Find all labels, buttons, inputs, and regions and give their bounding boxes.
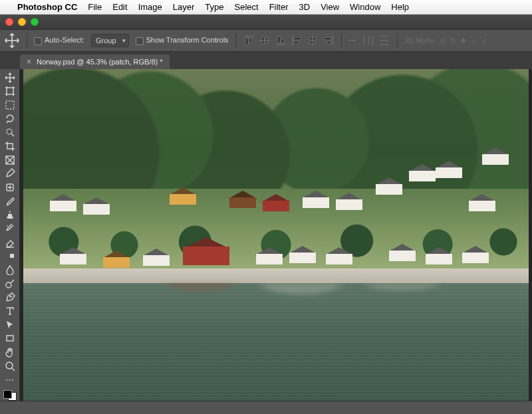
3d-mode-label: 3D Mode:	[404, 37, 436, 45]
distribute-buttons	[362, 35, 390, 47]
divider	[341, 33, 342, 48]
window-titlebar	[0, 15, 532, 29]
foreground-background-colors[interactable]	[3, 390, 17, 401]
menu-view[interactable]: View	[321, 2, 339, 12]
divider	[397, 33, 398, 48]
document-tab[interactable]: × Norway.psd @ 45.3% (patch, RGB/8) *	[20, 54, 170, 69]
3d-slide-icon[interactable]: ↔	[470, 37, 477, 45]
align-hcenter-icon[interactable]	[307, 35, 319, 47]
app-window: Auto-Select: Group Show Transform Contro…	[0, 15, 532, 414]
3d-mode-group: 3D Mode: ◎ ↻ ✥ ↔ ⤢	[404, 37, 488, 45]
menu-help[interactable]: Help	[391, 2, 409, 12]
menu-window[interactable]: Window	[350, 2, 380, 12]
align-right-icon[interactable]	[323, 35, 334, 47]
auto-select-label: Auto-Select:	[45, 36, 84, 44]
align-vcenter-icon[interactable]	[259, 35, 271, 47]
divider	[235, 33, 236, 48]
options-bar: Auto-Select: Group Show Transform Contro…	[0, 29, 532, 52]
more-options-icon[interactable]: ⋯	[348, 37, 356, 45]
menu-layer[interactable]: Layer	[173, 2, 195, 12]
eyedropper-tool[interactable]	[2, 168, 18, 180]
align-buttons	[243, 35, 334, 47]
canvas-area[interactable]	[20, 69, 532, 401]
gradient-tool[interactable]	[2, 251, 18, 262]
distribute-v-icon[interactable]	[378, 35, 390, 47]
window-minimize-button[interactable]	[18, 18, 26, 26]
foreground-color-swatch[interactable]	[3, 390, 12, 399]
auto-select-layer-dropdown[interactable]: Group	[91, 34, 129, 47]
dodge-tool[interactable]	[2, 278, 18, 290]
document-tab-label: Norway.psd @ 45.3% (patch, RGB/8) *	[37, 58, 162, 66]
pen-tool[interactable]	[2, 292, 18, 304]
show-transform-label: Show Transform Controls	[146, 36, 229, 44]
align-bottom-icon[interactable]	[275, 35, 287, 47]
edit-toolbar-icon[interactable]: ⋯	[2, 373, 18, 385]
menu-image[interactable]: Image	[138, 2, 162, 12]
menu-type[interactable]: Type	[205, 2, 223, 12]
distribute-h-icon[interactable]	[362, 35, 374, 47]
menu-file[interactable]: File	[88, 2, 102, 12]
menu-edit[interactable]: Edit	[112, 2, 127, 12]
3d-pan-icon[interactable]: ✥	[460, 37, 466, 45]
svg-rect-9	[7, 336, 13, 341]
show-transform-checkbox[interactable]: Show Transform Controls	[136, 36, 229, 45]
macos-menubar: Photoshop CC File Edit Image Layer Type …	[0, 0, 532, 15]
artboard-tool[interactable]	[2, 86, 18, 98]
rectangle-tool[interactable]	[2, 332, 18, 344]
app-menu[interactable]: Photoshop CC	[17, 2, 77, 12]
toolbox: ⋯	[0, 69, 20, 401]
menu-select[interactable]: Select	[234, 2, 258, 12]
3d-roll-icon[interactable]: ↻	[450, 37, 456, 45]
svg-point-2	[7, 129, 12, 134]
svg-point-8	[10, 296, 11, 297]
3d-orbit-icon[interactable]: ◎	[440, 37, 446, 45]
hand-tool[interactable]	[2, 346, 18, 358]
divider	[27, 33, 27, 48]
quick-select-tool[interactable]	[2, 127, 18, 139]
3d-scale-icon[interactable]: ⤢	[481, 37, 487, 45]
svg-point-10	[6, 362, 13, 369]
lasso-tool[interactable]	[2, 113, 18, 125]
healing-brush-tool[interactable]	[2, 181, 18, 193]
align-left-icon[interactable]	[291, 35, 303, 47]
type-tool[interactable]	[2, 305, 18, 317]
brush-tool[interactable]	[2, 195, 18, 207]
history-brush-tool[interactable]	[2, 223, 18, 235]
blur-tool[interactable]	[2, 264, 18, 276]
move-tool-indicator-icon	[4, 33, 20, 49]
auto-select-layer-value: Group	[96, 37, 116, 45]
status-bar	[0, 401, 532, 414]
menu-filter[interactable]: Filter	[269, 2, 289, 12]
marquee-tool[interactable]	[2, 99, 18, 111]
window-close-button[interactable]	[5, 18, 13, 26]
svg-rect-1	[6, 101, 14, 109]
svg-rect-6	[6, 254, 10, 258]
eraser-tool[interactable]	[2, 237, 18, 249]
crop-tool[interactable]	[2, 140, 18, 152]
close-tab-icon[interactable]: ×	[27, 57, 31, 66]
frame-tool[interactable]	[2, 154, 18, 166]
svg-rect-0	[7, 88, 13, 94]
workspace: ⋯	[0, 69, 532, 401]
zoom-tool[interactable]	[2, 360, 18, 372]
move-tool[interactable]	[2, 72, 18, 84]
document-canvas[interactable]	[23, 69, 529, 401]
align-top-icon[interactable]	[243, 35, 255, 47]
auto-select-checkbox[interactable]: Auto-Select:	[34, 36, 84, 45]
document-tabs: × Norway.psd @ 45.3% (patch, RGB/8) *	[0, 52, 532, 69]
menu-3d[interactable]: 3D	[299, 2, 311, 12]
window-zoom-button[interactable]	[31, 18, 39, 26]
clone-stamp-tool[interactable]	[2, 209, 18, 221]
svg-point-7	[6, 282, 11, 288]
path-select-tool[interactable]	[2, 319, 18, 331]
